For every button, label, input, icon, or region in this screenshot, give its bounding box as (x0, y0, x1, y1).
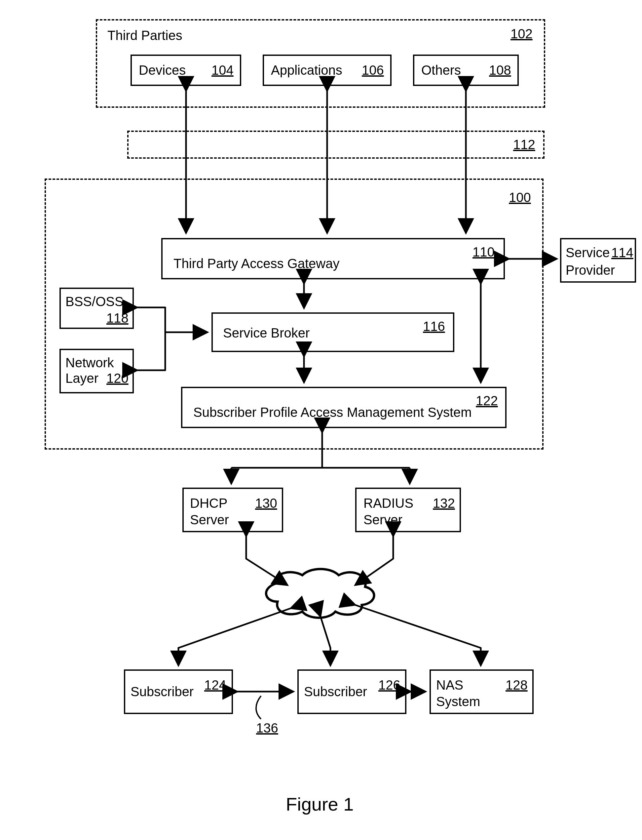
spams-ref: 122 (476, 393, 498, 408)
radius-ref: 132 (433, 496, 455, 511)
service-provider-ref: 114 (611, 245, 634, 260)
third-parties-title: Third Parties (107, 28, 182, 43)
third-parties-ref: 102 (511, 26, 533, 41)
network-layer-label-1: Network (65, 355, 114, 370)
subscriber1-label: Subscriber (131, 684, 194, 699)
bss-oss-label: BSS/OSS (65, 294, 123, 309)
applications-label: Applications (271, 63, 342, 78)
gateway-label: Third Party Access Gateway (173, 256, 339, 271)
dhcp-ref: 130 (255, 496, 277, 511)
subscriber2-ref: 126 (378, 678, 400, 692)
dhcp-label-2: Server (190, 512, 229, 527)
devices-label: Devices (139, 63, 186, 78)
others-ref: 108 (489, 63, 511, 78)
nas-label-2: System (436, 694, 480, 709)
service-broker-ref: 116 (423, 319, 445, 334)
interface-group (127, 131, 545, 159)
devices-ref: 104 (211, 63, 233, 78)
applications-ref: 106 (362, 63, 384, 78)
network-layer-ref: 120 (106, 371, 128, 386)
cloud-ref: 134 (306, 588, 328, 603)
others-label: Others (421, 63, 461, 78)
interface-ref: 112 (513, 137, 535, 152)
diagram-canvas: Third Parties 102 Devices 104 Applicatio… (0, 0, 642, 840)
radius-label-1: RADIUS (363, 496, 413, 511)
subscriber2-label: Subscriber (304, 684, 367, 699)
network-layer-label-2: Layer (65, 371, 99, 386)
radius-label-2: Server (363, 512, 402, 527)
operator-ref: 100 (509, 190, 531, 205)
gateway-ref: 110 (472, 245, 494, 260)
spams-label: Subscriber Profile Access Management Sys… (193, 405, 472, 420)
subscriber1-ref: 124 (204, 678, 226, 692)
nas-label-1: NAS (436, 678, 463, 692)
bss-oss-ref: 118 (106, 311, 128, 326)
figure-caption: Figure 1 (286, 793, 353, 815)
service-provider-label-2: Provider (566, 263, 615, 278)
service-broker-label: Service Broker (223, 326, 310, 341)
nas-ref: 128 (506, 678, 528, 692)
service-provider-label-1: Service (566, 245, 610, 260)
modem-ref: 136 (256, 721, 278, 736)
dhcp-label-1: DHCP (190, 496, 227, 511)
